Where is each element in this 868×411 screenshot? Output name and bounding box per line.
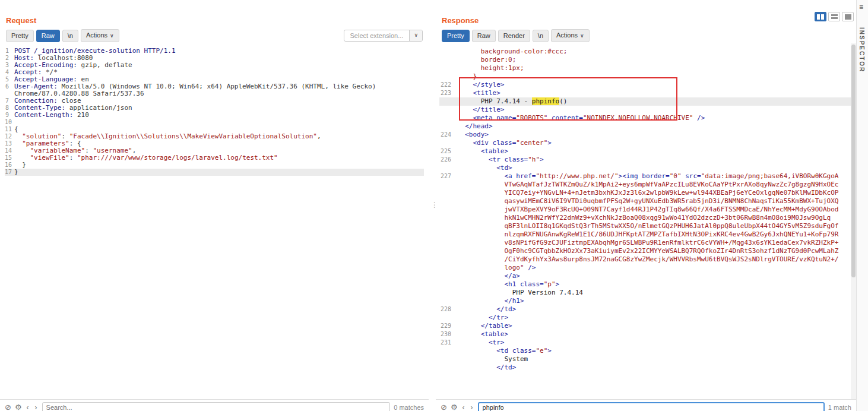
- line-number: [439, 280, 457, 289]
- line-number: [439, 206, 457, 214]
- code-line: VTwGAqWTafJzTWTKZmQuZ/k1MpAi2+eys6mpWfVa…: [439, 181, 855, 189]
- line-number: [439, 247, 457, 255]
- line-number: 8: [5, 105, 14, 112]
- line-number: [439, 363, 457, 372]
- request-tab-newline[interactable]: \n: [62, 30, 78, 42]
- code-line: PHP 7.4.14 - phpinfo(): [439, 97, 855, 106]
- columns-icon: [817, 14, 820, 20]
- request-toolbar: Pretty Raw \n Actions∨ Select extension.…: [0, 27, 429, 46]
- panel-splitter[interactable]: ⋮: [429, 0, 436, 411]
- gear-icon[interactable]: ⚙: [451, 403, 458, 411]
- line-number: 2: [5, 55, 14, 62]
- request-panel: Request Pretty Raw \n Actions∨ Select ex…: [0, 0, 429, 411]
- request-panel-title: Request: [0, 0, 429, 27]
- code-line: v8sNPifGfG9zCJUFiztmpEXAbqhMgr6SLWBPu9R1…: [439, 239, 855, 247]
- request-tab-pretty[interactable]: Pretty: [6, 30, 34, 42]
- line-number: 224: [439, 131, 457, 139]
- line-number: [439, 56, 457, 64]
- search-options-icon[interactable]: ⊘: [5, 403, 11, 411]
- line-number: [439, 255, 457, 264]
- menu-icon[interactable]: ≡: [859, 3, 863, 11]
- chevron-down-icon[interactable]: ∨: [409, 30, 422, 41]
- response-search-input[interactable]: [478, 402, 825, 411]
- code-line: 9Content-Length: 210: [5, 112, 424, 119]
- line-number: 3: [5, 62, 14, 69]
- chevron-down-icon: ∨: [580, 33, 584, 39]
- line-number: 15: [5, 154, 14, 162]
- code-line: </h1>: [439, 297, 855, 305]
- code-line: 17}: [5, 169, 424, 176]
- code-line: System: [439, 355, 855, 363]
- response-scrollbar-thumb[interactable]: [851, 45, 856, 277]
- line-number: [439, 355, 457, 363]
- line-number: [439, 189, 457, 197]
- layout-single-button[interactable]: [842, 12, 854, 21]
- next-match-button[interactable]: ›: [470, 404, 474, 411]
- code-line: <td>: [439, 164, 855, 172]
- code-line: YICQ7eiy+YNGvLN+4+nJetm3bxhKJxJz3l6x2wlp…: [439, 189, 855, 197]
- request-search-input[interactable]: [42, 402, 391, 411]
- response-tab-raw[interactable]: Raw: [472, 30, 496, 42]
- chevron-down-icon: ∨: [110, 33, 114, 39]
- code-line: 230 <table>: [439, 330, 855, 339]
- code-line: jwVTXBpeXVY9oF3RcUQ+O09NT7Cayf1d44RJ1P42…: [439, 206, 855, 214]
- line-number: [439, 139, 457, 147]
- response-toolbar: Pretty Raw Render \n Actions∨: [436, 27, 856, 46]
- line-number: [439, 222, 457, 230]
- inspector-collapsed-panel[interactable]: ≡ INSPECTOR: [856, 0, 868, 411]
- code-line: height:1px;: [439, 64, 855, 72]
- code-line: 6User-Agent: Mozilla/5.0 (Windows NT 10.…: [5, 83, 424, 97]
- line-number: [439, 72, 457, 81]
- line-number: 10: [5, 119, 14, 126]
- line-number: 6: [5, 83, 14, 97]
- request-editor[interactable]: 1POST /_ignition/execute-solution HTTP/1…: [0, 46, 429, 411]
- response-panel: Response Pretty Raw Render \n Actions∨ b…: [436, 0, 856, 411]
- gear-icon[interactable]: ⚙: [15, 403, 22, 411]
- line-number: [439, 48, 457, 56]
- line-number: 5: [5, 76, 14, 83]
- code-line: 10: [5, 119, 424, 126]
- next-match-button[interactable]: ›: [34, 404, 39, 411]
- line-number: 228: [439, 305, 457, 314]
- columns-icon: [821, 14, 824, 20]
- code-line: 3Accept-Encoding: gzip, deflate: [5, 62, 424, 69]
- request-actions-label: Actions: [86, 31, 107, 39]
- request-actions-menu-button[interactable]: Actions∨: [81, 29, 119, 42]
- response-tab-newline[interactable]: \n: [533, 30, 549, 42]
- layout-columns-button[interactable]: [815, 12, 826, 21]
- inspector-label: INSPECTOR: [859, 27, 865, 72]
- code-line: <meta name="ROBOTS" content="NOINDEX,NOF…: [439, 114, 855, 122]
- request-tab-raw[interactable]: Raw: [36, 30, 60, 42]
- code-line: 16 }: [5, 162, 424, 169]
- previous-match-button[interactable]: ‹: [461, 404, 466, 411]
- line-number: [439, 214, 457, 222]
- extension-dropdown-value: Select extension...: [344, 30, 410, 41]
- code-line: 222 </style>: [439, 81, 855, 89]
- line-number: 7: [5, 97, 14, 105]
- response-tab-render[interactable]: Render: [498, 30, 530, 42]
- extension-dropdown[interactable]: Select extension... ∨: [344, 30, 423, 42]
- layout-rows-button[interactable]: [828, 12, 840, 21]
- line-number: [439, 272, 457, 280]
- rows-icon: [831, 14, 838, 19]
- code-line: 15 "viewFile": "phar:///var/www/storage/…: [5, 154, 424, 162]
- response-tab-pretty[interactable]: Pretty: [442, 30, 470, 42]
- response-scrollbar[interactable]: [851, 43, 856, 399]
- code-line: </td>: [439, 363, 855, 372]
- code-line: 227 <a href="http://www.php.net/"><img b…: [439, 172, 855, 181]
- previous-match-button[interactable]: ‹: [26, 404, 30, 411]
- code-line: border:0;: [439, 56, 855, 64]
- code-line: background-color:#ccc;: [439, 48, 855, 56]
- code-line: </tr>: [439, 314, 855, 322]
- code-line: 231 <tr>: [439, 339, 855, 347]
- line-number: [439, 347, 457, 355]
- response-editor[interactable]: background-color:#ccc; border:0; height:…: [436, 46, 856, 411]
- line-number: 226: [439, 156, 457, 164]
- response-actions-menu-button[interactable]: Actions∨: [551, 29, 590, 42]
- search-options-icon[interactable]: ⊘: [441, 403, 447, 411]
- line-number: 12: [5, 133, 14, 140]
- code-line: 226 <tr class="h">: [439, 156, 855, 164]
- code-line: OgF0hc9CGTqbbZkHOzXx73aKiuiymEv2x22ICMYY…: [439, 247, 855, 255]
- code-line: /CiYdKyfhYx3Aws8urp8nsJM72naGCG8zYwZMecj…: [439, 255, 855, 264]
- line-number: 225: [439, 147, 457, 156]
